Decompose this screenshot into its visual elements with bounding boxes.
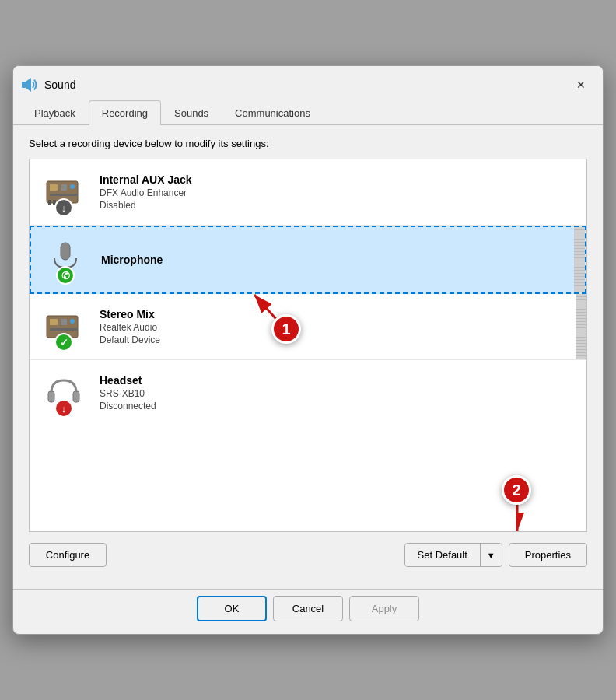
svg-rect-7	[48, 200, 51, 205]
device-item-headset[interactable]: ↓ Headset SRS-XB10 Disconnected	[30, 360, 586, 425]
tab-content: Select a recording device below to modif…	[13, 125, 603, 586]
device-name-aux: Internal AUX Jack	[100, 173, 577, 186]
action-buttons-row: Configure Set Default ▼ Properties	[29, 532, 587, 573]
set-default-main[interactable]: Set Default	[405, 544, 481, 566]
device-item-microphone[interactable]: ✆ Microphone	[30, 226, 586, 294]
device-item-internal-aux[interactable]: ↓ Internal AUX Jack DFX Audio Enhancer D…	[30, 159, 586, 226]
svg-marker-1	[26, 78, 31, 92]
device-name-headset: Headset	[100, 374, 577, 387]
tab-recording[interactable]: Recording	[89, 100, 161, 125]
device-info-stereo: Stereo Mix Realtek Audio Default Device	[100, 308, 577, 345]
tab-playback[interactable]: Playback	[21, 100, 89, 125]
device-sub1-headset: SRS-XB10	[100, 388, 577, 399]
set-default-dropdown[interactable]: ▼	[481, 544, 502, 566]
status-badge-default: ✓	[54, 333, 73, 352]
apply-button[interactable]: Apply	[349, 596, 419, 621]
status-badge-disconnected: ↓	[54, 399, 73, 418]
device-icon-wrap-headset: ↓	[39, 368, 89, 418]
svg-rect-17	[48, 391, 54, 402]
device-info-headset: Headset SRS-XB10 Disconnected	[100, 374, 577, 411]
svg-rect-15	[70, 319, 75, 324]
device-sub1-stereo: Realtek Audio	[100, 322, 577, 333]
ok-button[interactable]: OK	[197, 596, 267, 621]
svg-rect-0	[22, 82, 26, 88]
configure-button[interactable]: Configure	[29, 543, 107, 567]
svg-rect-16	[50, 328, 78, 331]
device-item-stereo-mix[interactable]: ✓ Stereo Mix Realtek Audio Default Devic…	[30, 294, 586, 360]
svg-rect-9	[61, 243, 70, 260]
tab-communications[interactable]: Communications	[222, 100, 324, 125]
svg-rect-3	[50, 184, 58, 191]
properties-button[interactable]: Properties	[509, 543, 587, 567]
device-list-wrapper: ↓ Internal AUX Jack DFX Audio Enhancer D…	[29, 159, 587, 532]
device-sub2-aux: Disabled	[100, 200, 577, 211]
device-sub1-aux: DFX Audio Enhancer	[100, 187, 577, 198]
device-info-aux: Internal AUX Jack DFX Audio Enhancer Dis…	[100, 173, 577, 211]
status-badge-comm: ✆	[56, 266, 75, 285]
device-sub2-stereo: Default Device	[100, 334, 577, 345]
dialog-bottom-row: OK Cancel Apply	[13, 589, 603, 634]
tab-bar: Playback Recording Sounds Communications	[13, 100, 603, 125]
svg-rect-6	[50, 194, 78, 196]
instruction-text: Select a recording device below to modif…	[29, 138, 587, 149]
device-info-mic: Microphone	[101, 254, 576, 266]
status-badge-disabled: ↓	[54, 198, 73, 217]
svg-rect-5	[70, 184, 75, 189]
device-icon-wrap-aux: ↓	[39, 167, 89, 217]
titlebar: Sound ✕	[13, 66, 603, 100]
svg-rect-4	[61, 184, 67, 191]
sound-app-icon	[21, 76, 38, 93]
device-list[interactable]: ↓ Internal AUX Jack DFX Audio Enhancer D…	[29, 159, 587, 532]
device-icon-wrap-stereo: ✓	[39, 302, 89, 352]
dialog-title: Sound	[44, 79, 570, 91]
device-name-stereo: Stereo Mix	[100, 308, 577, 320]
svg-rect-13	[50, 319, 58, 325]
tab-sounds[interactable]: Sounds	[161, 100, 222, 125]
cancel-button[interactable]: Cancel	[273, 596, 343, 621]
set-default-button-group: Set Default ▼	[404, 543, 502, 567]
sound-dialog: Sound ✕ Playback Recording Sounds Commun…	[12, 65, 604, 635]
device-icon-wrap-mic: ✆	[40, 235, 90, 285]
device-sub2-headset: Disconnected	[100, 401, 577, 411]
svg-rect-14	[61, 319, 67, 325]
close-button[interactable]: ✕	[570, 74, 592, 96]
svg-rect-18	[73, 391, 79, 402]
device-name-mic: Microphone	[101, 254, 576, 266]
